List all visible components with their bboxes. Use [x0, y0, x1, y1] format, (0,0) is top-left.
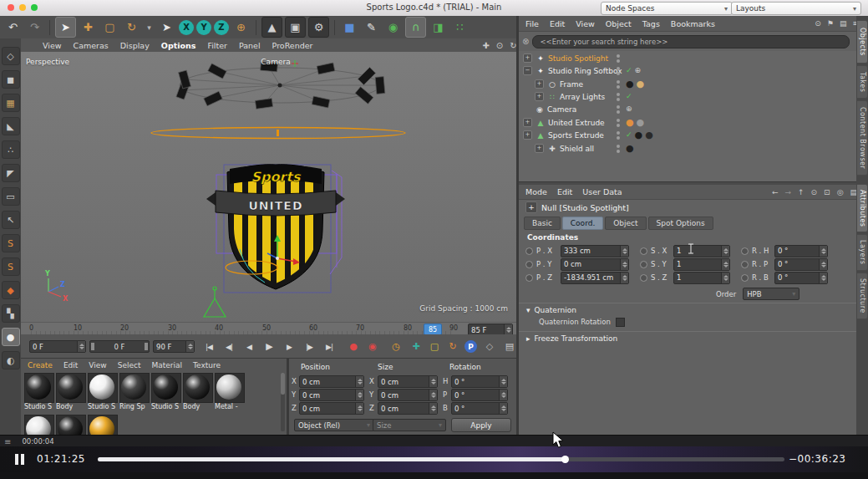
rp-field[interactable]: 0 °: [774, 258, 828, 271]
view-label[interactable]: Perspective: [26, 58, 69, 66]
prev-key-button[interactable]: ◀|: [220, 339, 238, 354]
render-picture-viewer-button[interactable]: ▣: [285, 17, 306, 38]
viewport-menu-panel[interactable]: Panel: [239, 41, 261, 50]
autokey-button[interactable]: ◉: [364, 339, 381, 354]
material-thumbnail[interactable]: [151, 373, 181, 403]
position-z-field[interactable]: 0 cm: [299, 402, 364, 415]
viewport-canvas[interactable]: Sports UNITED: [21, 52, 516, 322]
am-menu-mode[interactable]: Mode: [525, 187, 547, 196]
size-mode-dropdown[interactable]: Size▾: [373, 419, 446, 431]
material-tag-icon[interactable]: ●: [626, 142, 634, 155]
object-row[interactable]: + ○ Frame ● ●: [519, 78, 861, 90]
node-spaces-dropdown[interactable]: Node Spaces ▾: [601, 2, 733, 15]
material-tag-icon[interactable]: ●: [645, 129, 653, 141]
object-row[interactable]: + ✚ Shield all ●: [519, 142, 861, 155]
tab-takes[interactable]: Takes: [857, 65, 868, 99]
object-row[interactable]: + ▲ Sports Extrude ✓ ● ●: [519, 129, 861, 141]
compositing-tag-icon[interactable]: ✓: [626, 64, 632, 77]
object-name[interactable]: Frame: [560, 80, 583, 89]
paint-tool-icon[interactable]: ◆: [2, 281, 20, 299]
tab-spot-options[interactable]: Spot Options: [648, 217, 713, 230]
tab-coord[interactable]: Coord.: [562, 217, 603, 230]
live-selection-tool[interactable]: ➤: [55, 17, 76, 38]
rb-field[interactable]: 0 °: [774, 272, 828, 284]
timeline-playhead[interactable]: 85: [424, 324, 442, 335]
range-handle-right[interactable]: [145, 343, 148, 350]
expand-icon[interactable]: +: [535, 92, 544, 101]
x-axis-lock[interactable]: X: [179, 20, 194, 35]
om-menu-tags[interactable]: Tags: [642, 19, 660, 28]
material-label[interactable]: Ring Sp: [119, 403, 150, 410]
scale-tool[interactable]: ▢: [100, 18, 119, 37]
apply-button[interactable]: Apply: [451, 418, 511, 432]
keyframe-dot[interactable]: [640, 261, 647, 268]
tab-attributes[interactable]: Attributes: [857, 184, 868, 232]
quantize-snap-icon[interactable]: S: [2, 257, 20, 276]
target-tag-icon[interactable]: ⊕: [626, 103, 632, 115]
zoom-window-button[interactable]: [31, 4, 38, 11]
recent-tools-menu[interactable]: ▾: [144, 18, 155, 37]
material-thumbnail[interactable]: [56, 415, 86, 436]
material-menu-texture[interactable]: Texture: [193, 361, 221, 369]
coordinate-mode-dropdown[interactable]: Object (Rel)▾: [294, 419, 374, 431]
seek-bar[interactable]: [98, 457, 784, 461]
freeze-transformation-section[interactable]: ▸ Freeze Transformation: [519, 331, 865, 344]
object-search-input[interactable]: <<Enter your search string here>>: [532, 35, 850, 48]
prev-frame-button[interactable]: ◀: [240, 339, 258, 354]
model-mode-icon[interactable]: ◼: [2, 70, 20, 89]
material-thumbnail[interactable]: [24, 415, 54, 436]
redo-icon[interactable]: ↷: [25, 18, 44, 37]
viewport-menu-view[interactable]: View: [43, 41, 62, 50]
range-handle-left[interactable]: [91, 343, 94, 350]
pz-field[interactable]: -1834.951 cm: [561, 272, 629, 284]
polygons-mode-icon[interactable]: ▭: [2, 187, 20, 206]
range-end-field[interactable]: 90 F: [153, 340, 195, 353]
layouts-dropdown[interactable]: Layouts ▾: [731, 2, 861, 15]
material-menu-material[interactable]: Material: [151, 361, 182, 369]
sz-field[interactable]: 1: [673, 272, 730, 284]
expand-icon[interactable]: +: [523, 118, 532, 127]
om-flag-icon[interactable]: ⚑: [827, 19, 834, 28]
keyframe-dot[interactable]: [640, 274, 647, 282]
viewport-menu-prorender[interactable]: ProRender: [272, 41, 313, 50]
size-y-field[interactable]: 0 cm: [378, 389, 438, 401]
move-tool[interactable]: ✚: [79, 18, 98, 37]
am-search-icon[interactable]: ⊙: [811, 188, 818, 196]
viewport-menu-options[interactable]: Options: [161, 41, 196, 50]
render-view-button[interactable]: ▲: [261, 17, 282, 38]
position-y-field[interactable]: 0 cm: [299, 389, 364, 401]
px-field[interactable]: 333 cm: [561, 245, 629, 257]
frame-spline[interactable]: [151, 128, 405, 139]
viewport-menu-cameras[interactable]: Cameras: [74, 41, 109, 50]
material-thumbnail[interactable]: [88, 373, 118, 403]
object-row[interactable]: ◉ Camera ⊕: [519, 103, 861, 115]
pause-button[interactable]: [15, 454, 24, 465]
goto-end-button[interactable]: ▶|: [320, 339, 338, 354]
section-collapsed-icon[interactable]: ▸: [526, 334, 530, 343]
selection-cursor-tool[interactable]: ➤: [157, 18, 176, 37]
seek-handle[interactable]: [561, 456, 569, 463]
rotation-b-field[interactable]: 0 °: [451, 402, 508, 415]
object-name[interactable]: Studio Spotlight: [548, 54, 608, 63]
add-subdivision-menu[interactable]: ◉: [383, 18, 403, 37]
expand-icon[interactable]: +: [523, 130, 532, 140]
material-thumbnail[interactable]: [215, 373, 245, 403]
close-window-button[interactable]: [8, 4, 14, 11]
coordinate-system-toggle[interactable]: ⊕: [231, 18, 251, 37]
material-menu-select[interactable]: Select: [118, 361, 141, 369]
play-button[interactable]: ▶: [260, 339, 278, 354]
uv-edit-icon[interactable]: ◐: [2, 351, 20, 369]
rotation-p-field[interactable]: 0 °: [451, 389, 508, 401]
keyframe-dot[interactable]: [741, 261, 749, 268]
compositing-tag-icon[interactable]: ✓: [626, 129, 632, 141]
om-menu-object[interactable]: Object: [606, 19, 632, 28]
material-preview-icon[interactable]: ●: [2, 328, 20, 346]
material-tag-icon[interactable]: ●: [637, 116, 645, 129]
tab-structure[interactable]: Structure: [857, 273, 868, 319]
am-forward-icon[interactable]: →: [784, 188, 791, 196]
material-tag-icon[interactable]: ●: [635, 129, 643, 141]
render-settings-button[interactable]: ⚙: [308, 17, 329, 38]
record-pla-toggle[interactable]: ◇: [481, 339, 498, 354]
viewport-menu-display[interactable]: Display: [120, 41, 150, 50]
edges-mode-icon[interactable]: ◤: [2, 164, 20, 182]
